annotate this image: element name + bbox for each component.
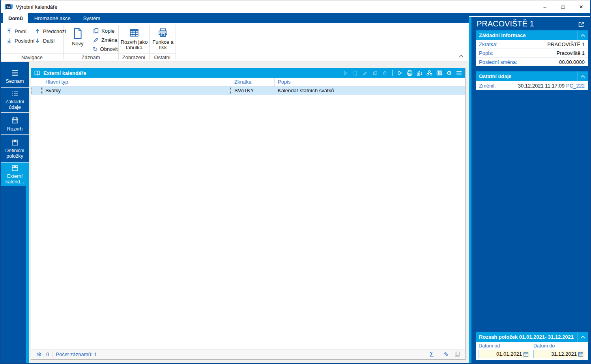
minimize-button[interactable]: – bbox=[536, 0, 554, 13]
first-label: První bbox=[15, 28, 26, 34]
previous-button[interactable]: Předchozí bbox=[32, 27, 68, 35]
tab-domu[interactable]: Domů bbox=[3, 13, 28, 23]
new-button[interactable]: Nový bbox=[66, 25, 89, 52]
sum-sigma-icon[interactable]: Σ bbox=[428, 351, 436, 358]
table-row-selected[interactable]: Svátky SVATKY Kalendář státních svátků bbox=[31, 86, 465, 95]
tab-hromadne-akce[interactable]: Hromadné akce bbox=[28, 13, 77, 23]
close-button[interactable]: ✕ bbox=[572, 0, 590, 13]
delete-icon bbox=[381, 69, 389, 77]
detail-label: Změnil: bbox=[479, 83, 496, 89]
copy-add-icon bbox=[453, 351, 461, 358]
changed-by-link[interactable]: PC_222 bbox=[566, 83, 585, 89]
date-to-input[interactable]: 31.12.2021 bbox=[533, 350, 585, 358]
change-label: Změna bbox=[101, 37, 117, 43]
schedule-as-table-button[interactable]: Rozvrh jako tabulka bbox=[120, 25, 149, 52]
toolbar-divider bbox=[392, 70, 393, 76]
sidebar-item-rozvrh[interactable]: Rozvrh bbox=[1, 113, 29, 135]
tab-system[interactable]: Systém bbox=[77, 13, 107, 23]
cell-hlavni-typ[interactable]: Svátky bbox=[42, 86, 231, 95]
date-from-value: 01.01.2021 bbox=[496, 351, 522, 357]
grid-empty-area bbox=[31, 95, 465, 349]
print-icon[interactable] bbox=[406, 69, 413, 77]
detail-row: Změnil: 30.12.2021 11:17:09 PC_222 bbox=[476, 81, 588, 90]
calendar-picker-icon[interactable] bbox=[523, 351, 529, 357]
column-header-popis[interactable]: Popis bbox=[275, 78, 465, 86]
last-button[interactable]: Poslední bbox=[4, 36, 37, 45]
copy-button[interactable]: Kopie bbox=[91, 26, 116, 35]
collapse-section-button[interactable] bbox=[578, 30, 588, 40]
next-button[interactable]: Další bbox=[32, 36, 57, 45]
cell-popis[interactable]: Kalendář státních svátků bbox=[275, 86, 465, 95]
panel-title: PRACOVIŠTĚ 1 bbox=[477, 19, 534, 28]
play-icon[interactable] bbox=[396, 69, 404, 77]
grid-title: Externí kalendáře bbox=[43, 70, 86, 76]
ribbon: První Poslední Předchozí Další Navigace … bbox=[1, 23, 469, 62]
column-header-hlavni-typ[interactable]: Hlavní typ bbox=[42, 78, 231, 86]
section-title: Ostatní údaje bbox=[479, 73, 511, 79]
maximize-button[interactable]: □ bbox=[554, 0, 572, 13]
cluster-icon[interactable] bbox=[426, 69, 433, 77]
columns-export-icon[interactable] bbox=[436, 69, 443, 77]
edit-icon bbox=[361, 69, 369, 77]
date-to-field: Datum do 31.12.2021 bbox=[533, 343, 585, 360]
section-rozsah-polozek: Rozsah položek 01.01.2021- 31.12.2021 Da… bbox=[476, 332, 588, 360]
section-header[interactable]: Základní informace bbox=[476, 30, 588, 40]
detail-row: Zkratka: PRACOVIŠTĚ 1 bbox=[476, 40, 588, 49]
chart-export-icon[interactable] bbox=[416, 69, 423, 77]
column-header-zkratka[interactable]: Zkratka bbox=[231, 78, 275, 86]
record-count: Počet záznamů: 1 bbox=[56, 351, 97, 357]
sidebar-item-zakladni-udaje[interactable]: Základní údaje bbox=[1, 88, 29, 113]
functions-print-button[interactable]: Funkce a tisk bbox=[150, 25, 176, 52]
k2-app-icon: K2 bbox=[5, 3, 13, 10]
calendar-icon bbox=[11, 116, 19, 125]
table-grid-icon bbox=[129, 27, 140, 38]
arrow-up-to-bar-icon bbox=[6, 28, 12, 34]
sidebar-item-label: Základní údaje bbox=[2, 99, 28, 110]
group-label-zobrazeni: Zobrazení bbox=[118, 53, 149, 61]
open-external-icon[interactable] bbox=[578, 21, 585, 28]
collapse-section-button[interactable] bbox=[578, 332, 588, 342]
right-detail-panel: PRACOVIŠTĚ 1 Základní informace Zkratka:… bbox=[469, 13, 590, 363]
refresh-label: Obnovit bbox=[100, 46, 118, 52]
printer-icon bbox=[157, 27, 168, 38]
section-ostatni-udaje: Ostatní údaje Změnil: 30.12.2021 11:17:0… bbox=[476, 71, 588, 90]
collapse-ribbon-button[interactable] bbox=[457, 52, 466, 60]
date-from-label: Datum od bbox=[479, 343, 530, 350]
group-separator bbox=[176, 25, 176, 60]
app-window: K2 Výrobní kalendáře – □ ✕ Domů Hromadné… bbox=[0, 0, 591, 364]
sidebar-item-externi-kalendare[interactable]: Externí kalend... bbox=[1, 162, 29, 186]
snowflake-icon: ❄ bbox=[35, 351, 43, 358]
sidebar-item-seznam[interactable]: Seznam bbox=[1, 65, 29, 88]
first-button[interactable]: První bbox=[4, 27, 28, 35]
settings-gear-icon[interactable]: ⚙ bbox=[445, 69, 453, 77]
new-record-icon bbox=[352, 69, 359, 77]
cell-zkratka[interactable]: SVATKY bbox=[231, 86, 275, 95]
window-title: Výrobní kalendáře bbox=[16, 4, 58, 10]
previous-label: Předchozí bbox=[43, 28, 66, 34]
refresh-button[interactable]: ↻ Obnovit bbox=[91, 45, 120, 53]
sidebar-item-definicni-polozky[interactable]: Definiční položky bbox=[1, 135, 29, 162]
calendar-picker-icon[interactable] bbox=[578, 351, 584, 357]
section-header[interactable]: Rozsah položek 01.01.2021- 31.12.2021 bbox=[476, 332, 588, 342]
row-selector-header[interactable] bbox=[31, 78, 42, 86]
row-selector-cell[interactable] bbox=[31, 86, 42, 95]
collapse-section-button[interactable] bbox=[578, 71, 588, 81]
menu-icon[interactable] bbox=[455, 69, 463, 77]
detail-label: Zkratka: bbox=[479, 41, 497, 47]
detail-value: PRACOVIŠTĚ 1 bbox=[547, 41, 585, 47]
edit-pencil-icon[interactable]: ✎ bbox=[442, 351, 450, 358]
section-header[interactable]: Ostatní údaje bbox=[476, 71, 588, 81]
arrow-up-icon bbox=[34, 28, 41, 34]
detail-label: Popis: bbox=[479, 50, 493, 56]
panel-top-line bbox=[469, 16, 590, 17]
detail-value: Pracoviště 1 bbox=[556, 50, 585, 56]
next-label: Další bbox=[43, 38, 55, 44]
change-button[interactable]: Změna bbox=[91, 35, 119, 44]
sidebar-accent-strip bbox=[1, 186, 29, 363]
new-label: Nový bbox=[72, 41, 84, 47]
detail-label: Poslední směna: bbox=[479, 59, 517, 65]
detail-row: Poslední směna: 00.00.0000 bbox=[476, 58, 588, 66]
open-book-icon bbox=[34, 69, 41, 77]
date-from-input[interactable]: 01.01.2021 bbox=[479, 350, 530, 358]
grid-column-headers: Hlavní typ Zkratka Popis bbox=[31, 78, 465, 86]
